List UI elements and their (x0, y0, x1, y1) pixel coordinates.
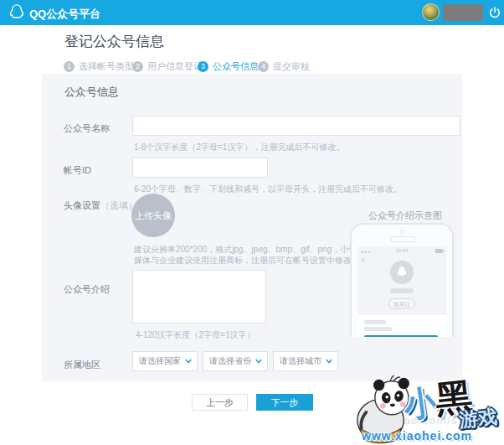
battery-icon (435, 249, 443, 253)
avatar-hint-line1: 建议分辨率200*200，格式jpg、jpeg、bmp、gif、png，小于2M (134, 244, 368, 256)
province-select[interactable]: 请选择省份 (203, 351, 268, 371)
panda-mascot-icon (350, 375, 430, 445)
step-3-label: 公众号信息 (213, 61, 259, 71)
back-chevron-icon: ‹ (362, 255, 365, 265)
step-1-account-type[interactable]: 1选择帐号类型 (64, 59, 134, 70)
chevron-down-icon (185, 359, 192, 364)
step-2-label: 用户信息登记 (147, 61, 203, 71)
account-id-label: 帐号ID (64, 164, 91, 177)
step-1-number: 1 (64, 61, 75, 72)
step-4-number: 4 (258, 61, 269, 72)
topbar: QQ公众号平台 (0, 0, 504, 25)
section-title: 公众号信息 (64, 85, 119, 100)
intro-label: 公众号介绍 (64, 283, 110, 296)
brand-title: QQ公众号平台 (29, 7, 100, 22)
form-panel: 公众号信息 公众号名称 1-8个汉字长度（2字母=1汉字），注册完成后不可修改。… (42, 74, 462, 381)
avatar-setting-label: 头像设置（选填） (64, 199, 137, 212)
region-label: 所属地区 (64, 359, 100, 371)
status-bar-time: 12:00 (357, 248, 446, 253)
user-avatar[interactable] (422, 3, 440, 21)
phone-screen: ●●●○○ 12:00 ‹ 加关注 (357, 246, 446, 337)
avatar-hint-line2: 媒体与企业建议使用注册商标，注册后可在帐号设置中修改。 (134, 255, 360, 266)
country-select[interactable]: 请选择国家 (132, 351, 198, 371)
step-3-account-info-active[interactable]: 3公众号信息 (198, 59, 259, 70)
intro-textarea[interactable] (132, 270, 266, 323)
step-1-label: 选择帐号类型 (79, 61, 134, 71)
phone-mockup: ●●●○○ 12:00 ‹ 加关注 (350, 223, 454, 337)
step-3-number: 3 (198, 61, 208, 72)
account-name-placeholder-bar (390, 288, 414, 293)
intro-highlight-bar-1 (364, 335, 438, 337)
account-id-input[interactable] (132, 158, 268, 178)
account-name-input[interactable] (132, 116, 460, 136)
account-id-hint: 6-20个字母、数字、下划线和减号，以字母开头，注册完成后不可修改。 (134, 184, 402, 195)
app-window: QQ公众号平台 登记公众号信息 1选择帐号类型 2用户信息登记 3公众号信息 4… (0, 0, 504, 445)
steps-nav: 1选择帐号类型 2用户信息登记 3公众号信息 4提交审核 (0, 59, 504, 71)
placeholder-bar-gray-1 (364, 320, 386, 324)
city-select-value: 请选择城市 (280, 356, 321, 365)
account-name-label: 公众号名称 (64, 122, 110, 135)
page-title: 登记公众号信息 (64, 32, 164, 51)
prev-step-button[interactable]: 上一步 (192, 394, 248, 411)
chevron-down-icon (255, 359, 262, 364)
city-select[interactable]: 请选择城市 (273, 351, 338, 371)
upload-avatar-button[interactable]: 上传头像 (131, 194, 175, 237)
chevron-down-icon (326, 359, 332, 364)
next-step-button[interactable]: 下一步 (256, 394, 313, 411)
power-logout-icon[interactable] (488, 6, 501, 19)
step-4-submit-review[interactable]: 4提交审核 (258, 59, 310, 70)
phone-speaker-slot (390, 236, 415, 242)
phone-camera-dot (400, 230, 405, 235)
intro-hint: 4-120汉字长度（2字母=1汉字） (136, 329, 255, 341)
faint-watermark-url: www.pao.com/s (365, 414, 458, 427)
qq-avatar-placeholder-icon (390, 261, 414, 284)
watermark-text-youxi: 游戏 (458, 404, 499, 434)
follow-button-mock: 加关注 (388, 298, 415, 309)
upload-avatar-label: 上传头像 (135, 210, 172, 222)
step-2-user-info[interactable]: 2用户信息登记 (132, 59, 203, 70)
qq-penguin-logo-icon (8, 3, 26, 22)
province-select-value: 请选择省份 (209, 356, 251, 365)
step-2-number: 2 (132, 61, 143, 72)
watermark-url: www.xiaohei.com (362, 429, 472, 442)
username-redacted-box (443, 4, 483, 21)
preview-title: 公众号介绍示意图 (368, 210, 442, 222)
placeholder-bar-gray-2 (364, 327, 392, 331)
country-select-value: 请选择国家 (139, 356, 181, 365)
account-name-hint: 1-8个汉字长度（2字母=1汉字），注册完成后不可修改。 (134, 142, 344, 153)
watermark-text-xiao: 小 (400, 378, 440, 428)
step-4-label: 提交审核 (273, 61, 310, 71)
